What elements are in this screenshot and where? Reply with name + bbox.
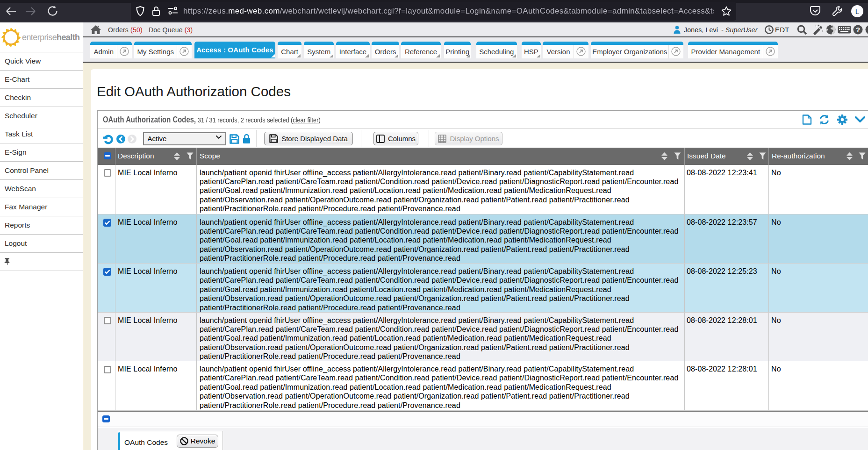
svg-text:?: ? <box>856 26 860 34</box>
svg-text:L: L <box>855 7 860 15</box>
